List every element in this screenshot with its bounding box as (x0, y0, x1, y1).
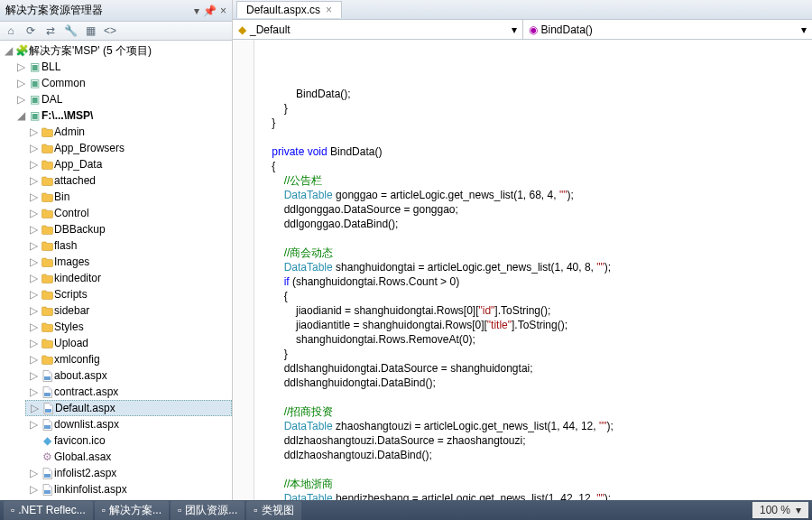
zoom-control[interactable]: 100 % ▾ (752, 502, 808, 518)
code-line[interactable]: { (260, 289, 812, 303)
method-dropdown[interactable]: ◉ BindData() ▾ (523, 20, 813, 39)
properties-icon[interactable]: 🔧 (63, 23, 78, 38)
code-line[interactable]: if (shanghuidongtai.Rows.Count > 0) (260, 274, 812, 289)
bottom-tab[interactable]: ▫团队资源... (171, 501, 245, 520)
expander-icon[interactable]: ▷ (27, 174, 40, 187)
code-line[interactable]: { (260, 159, 812, 173)
view-code-icon[interactable]: <> (103, 23, 117, 38)
tree-item[interactable]: ▷about.aspx (25, 367, 232, 384)
expander-icon[interactable]: ▷ (27, 467, 40, 479)
bottom-tab[interactable]: ▫类视图 (246, 501, 300, 520)
tree-item[interactable]: ▷▣DAL (13, 91, 232, 107)
code-line[interactable]: ddlzhaoshangtouzi.DataSource = zhaoshang… (260, 433, 812, 448)
expander-icon[interactable]: ◢ (14, 109, 27, 122)
code-line[interactable]: jiaodianid = shanghuidongtai.Rows[0]["id… (260, 303, 812, 318)
code-line[interactable]: BindData(); (260, 87, 812, 101)
tree-item[interactable]: ◆favicon.ico (25, 432, 232, 449)
code-line[interactable]: DataTable gonggao = articleLogic.get_new… (260, 188, 812, 202)
refresh-icon[interactable]: ⟳ (23, 23, 38, 38)
code-line[interactable]: } (260, 347, 812, 361)
code-line[interactable]: shanghuidongtai.Rows.RemoveAt(0); (260, 332, 812, 347)
expander-icon[interactable]: ▷ (27, 272, 40, 284)
expander-icon[interactable]: ▷ (14, 77, 27, 89)
tree-item[interactable]: ▷Default.aspx (25, 400, 232, 416)
expander-icon[interactable]: ▷ (27, 304, 40, 317)
tree-item[interactable]: ▷▣Common (13, 75, 232, 91)
tree-item[interactable]: ▷kindeditor (25, 270, 232, 286)
tree-item[interactable]: ◢▣F:\...\MSP\ (13, 107, 232, 124)
expander-icon[interactable]: ▷ (27, 255, 40, 268)
code-line[interactable] (260, 231, 812, 246)
tree-item[interactable]: ▷App_Browsers (25, 140, 232, 156)
tree-item[interactable]: ▷Scripts (25, 286, 232, 302)
expander-icon[interactable]: ▷ (14, 60, 27, 73)
code-line[interactable] (260, 130, 812, 144)
tree-item[interactable]: ▷DBBackup (25, 221, 232, 237)
tree-item[interactable]: ▷Styles (25, 319, 232, 335)
code-line[interactable]: ddlshanghuidongtai.DataBind(); (260, 376, 812, 390)
expander-icon[interactable]: ▷ (28, 402, 41, 414)
file-tab[interactable]: Default.aspx.cs × (236, 1, 342, 18)
code-line[interactable]: DataTable shanghuidongtai = articleLogic… (260, 260, 812, 274)
solution-root[interactable]: ◢ 🧩 解决方案'MSP' (5 个项目) (0, 42, 232, 59)
expander-icon[interactable]: ▷ (14, 93, 27, 106)
expander-icon[interactable]: ▷ (27, 190, 40, 203)
expander-icon[interactable]: ▷ (27, 369, 40, 382)
expander-icon[interactable]: ▷ (27, 142, 40, 154)
tree-item[interactable]: ▷Upload (25, 335, 232, 351)
code-line[interactable]: ddlshanghuidongtai.DataSource = shanghui… (260, 361, 812, 376)
show-all-icon[interactable]: ▦ (83, 23, 97, 38)
expander-icon[interactable]: ▷ (27, 353, 40, 366)
code-line[interactable]: jiaodiantitle = shanghuidongtai.Rows[0][… (260, 318, 812, 332)
class-dropdown[interactable]: ◆ _Default ▾ (233, 20, 523, 39)
code-line[interactable] (260, 462, 812, 477)
tree-item[interactable]: ▷downlist.aspx (25, 416, 232, 432)
tree-item[interactable]: ▷Images (25, 254, 232, 270)
tree-item[interactable]: ▷flash (25, 237, 232, 254)
tree-item[interactable]: ▷infolist2.aspx (25, 465, 232, 481)
code-line[interactable]: ddlgonggao.DataBind(); (260, 217, 812, 231)
expander-icon[interactable]: ▷ (27, 223, 40, 236)
tree-item[interactable]: ▷attached (25, 172, 232, 189)
code-line[interactable]: //本地浙商 (260, 477, 812, 491)
code-line[interactable]: //公告栏 (260, 173, 812, 188)
sync-icon[interactable]: ⇄ (43, 23, 58, 38)
code-line[interactable]: DataTable zhaoshangtouzi = articleLogic.… (260, 419, 812, 433)
expander-icon[interactable]: ◢ (2, 44, 14, 57)
tree-item[interactable]: ▷Bin (25, 189, 232, 205)
code-line[interactable]: private void BindData() (260, 144, 812, 159)
code-line[interactable]: DataTable bendizheshang = articleLogic.g… (260, 491, 812, 500)
tree-item[interactable]: ▷contract.aspx (25, 384, 232, 400)
pin-icon[interactable]: 📌 (203, 5, 217, 17)
dropdown-icon[interactable]: ▾ (194, 5, 199, 17)
tab-close-icon[interactable]: × (326, 4, 332, 16)
code-editor[interactable]: BindData(); } } private void BindData() … (233, 40, 812, 500)
solution-tree[interactable]: ◢ 🧩 解决方案'MSP' (5 个项目) ▷▣BLL▷▣Common▷▣DAL… (0, 41, 232, 500)
expander-icon[interactable]: ▷ (27, 483, 40, 496)
bottom-tab[interactable]: ▫解决方案... (95, 501, 169, 520)
code-line[interactable]: } (260, 116, 812, 130)
expander-icon[interactable]: ▷ (27, 207, 40, 219)
expander-icon[interactable]: ▷ (27, 125, 40, 138)
tree-item[interactable]: ▷xmlconfig (25, 351, 232, 367)
code-line[interactable]: //招商投资 (260, 404, 812, 419)
code-line[interactable]: //商会动态 (260, 246, 812, 260)
expander-icon[interactable]: ▷ (27, 337, 40, 349)
close-icon[interactable]: × (220, 5, 226, 17)
tree-item[interactable]: ▷sidebar (25, 302, 232, 319)
home-icon[interactable]: ⌂ (4, 23, 18, 38)
code-line[interactable]: } (260, 101, 812, 116)
code-line[interactable] (260, 390, 812, 404)
bottom-tab[interactable]: ▫.NET Reflec... (4, 501, 93, 520)
code-line[interactable]: ddlzhaoshangtouzi.DataBind(); (260, 448, 812, 462)
expander-icon[interactable]: ▷ (27, 418, 40, 431)
tree-item[interactable]: ⚙Global.asax (25, 449, 232, 465)
expander-icon[interactable]: ▷ (27, 385, 40, 398)
tree-item[interactable]: ▷App_Data (25, 156, 232, 172)
expander-icon[interactable]: ▷ (27, 320, 40, 333)
expander-icon[interactable]: ▷ (27, 288, 40, 301)
code-line[interactable]: ddlgonggao.DataSource = gonggao; (260, 202, 812, 217)
tree-item[interactable]: ▷Control (25, 205, 232, 221)
expander-icon[interactable]: ▷ (27, 158, 40, 171)
expander-icon[interactable]: ▷ (27, 239, 40, 252)
